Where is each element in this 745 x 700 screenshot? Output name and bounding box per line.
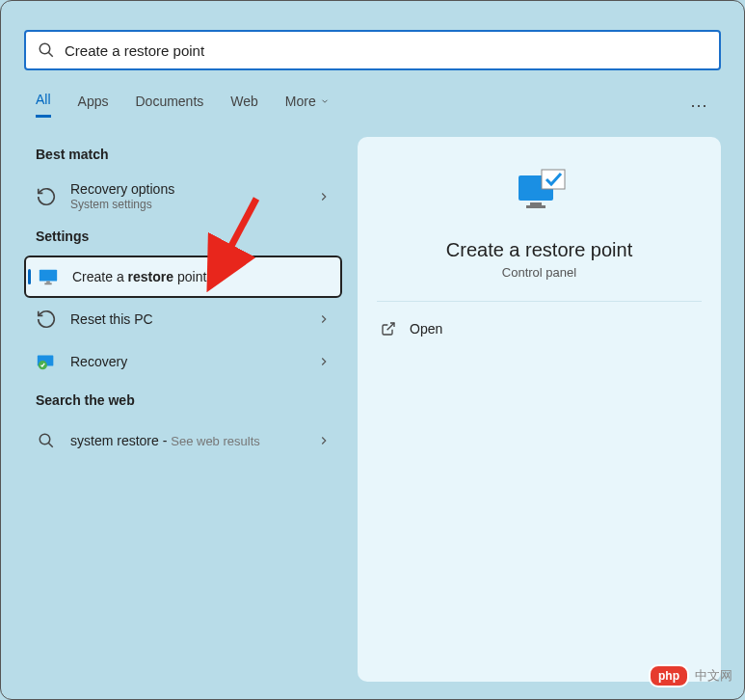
svg-point-7 <box>40 434 50 444</box>
section-web: Search the web <box>36 392 331 408</box>
more-options-button[interactable]: ⋯ <box>690 94 709 116</box>
tab-all[interactable]: All <box>36 92 51 118</box>
svg-rect-3 <box>44 283 51 284</box>
chevron-down-icon <box>320 96 330 106</box>
chevron-right-icon <box>317 355 331 368</box>
result-recovery[interactable]: Recovery <box>24 340 342 383</box>
action-label: Open <box>410 321 442 337</box>
result-title: Create a restore point <box>72 269 329 284</box>
result-recovery-options[interactable]: Recovery options System settings <box>24 174 342 219</box>
svg-rect-2 <box>40 270 57 282</box>
svg-rect-4 <box>46 282 50 283</box>
preview-subtitle: Control panel <box>502 265 576 280</box>
svg-point-0 <box>40 43 50 54</box>
search-icon <box>38 41 55 59</box>
recovery-options-icon <box>36 186 57 207</box>
result-title: Recovery options <box>70 181 317 197</box>
divider <box>377 301 702 302</box>
watermark-badge: php <box>649 664 689 687</box>
tab-more[interactable]: More <box>285 94 330 117</box>
open-icon <box>381 321 396 337</box>
result-create-restore-point[interactable]: Create a restore point <box>24 256 342 298</box>
section-settings: Settings <box>36 229 331 244</box>
result-subtitle: System settings <box>70 198 317 211</box>
tab-documents[interactable]: Documents <box>135 94 203 117</box>
filter-tabs: All Apps Documents Web More ⋯ <box>36 92 709 118</box>
result-title: system restore - See web results <box>70 433 317 448</box>
result-web-search[interactable]: system restore - See web results <box>24 419 342 462</box>
svg-rect-10 <box>530 202 542 205</box>
watermark-text: 中文网 <box>695 667 732 685</box>
search-icon <box>36 430 57 451</box>
chevron-right-icon <box>317 312 331 326</box>
watermark: php 中文网 <box>649 664 732 687</box>
search-input[interactable] <box>65 42 707 59</box>
svg-line-8 <box>48 443 53 447</box>
reset-icon <box>36 309 57 330</box>
svg-line-1 <box>48 52 53 57</box>
svg-line-13 <box>387 323 394 330</box>
chevron-right-icon <box>317 190 331 203</box>
result-title: Reset this PC <box>70 311 317 327</box>
preview-panel: Create a restore point Control panel Ope… <box>358 137 721 682</box>
preview-hero-icon <box>513 166 567 220</box>
svg-rect-11 <box>526 205 545 208</box>
search-bar[interactable] <box>24 30 721 70</box>
result-reset-pc[interactable]: Reset this PC <box>24 298 342 340</box>
results-list: Best match Recovery options System setti… <box>24 137 342 682</box>
section-best-match: Best match <box>36 147 331 162</box>
tab-apps[interactable]: Apps <box>78 94 109 117</box>
monitor-icon <box>38 266 59 287</box>
result-title: Recovery <box>70 354 317 369</box>
svg-rect-12 <box>542 170 565 189</box>
tab-web[interactable]: Web <box>230 94 258 117</box>
recovery-icon <box>36 351 57 372</box>
preview-title: Create a restore point <box>446 239 632 261</box>
action-open[interactable]: Open <box>377 315 702 342</box>
chevron-right-icon <box>317 434 331 447</box>
